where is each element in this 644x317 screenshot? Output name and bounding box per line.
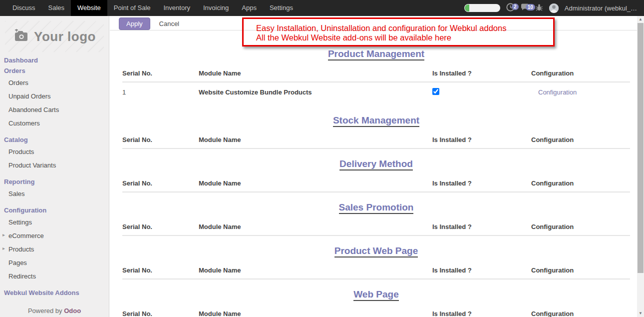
sidebar-section-catalog[interactable]: Catalog <box>0 134 109 145</box>
sidebar-item-label: Products <box>8 246 34 253</box>
messages-menu[interactable]: 10 <box>521 4 529 13</box>
sidebar-item-abandoned-carts[interactable]: Abandoned Carts <box>0 103 109 116</box>
sidebar-section-configuration[interactable]: Configuration <box>0 205 109 216</box>
col-serial: Serial No. <box>122 266 199 274</box>
section-product-web-page: Product Web Page Serial No. Module Name … <box>122 246 630 280</box>
timer-progress-fill <box>465 4 469 12</box>
table-header: Serial No. Module Name Is Installed ? Co… <box>122 70 630 82</box>
cancel-button[interactable]: Cancel <box>159 20 179 28</box>
menu-inventory[interactable]: Inventory <box>157 0 197 16</box>
sidebar-item-label: eCommerce <box>8 232 44 240</box>
col-installed: Is Installed ? <box>432 266 531 274</box>
cell-serial: 1 <box>122 88 199 96</box>
sidebar-item-ecommerce[interactable]: ▸eCommerce <box>0 229 109 242</box>
scroll-up-arrow[interactable]: ▲ <box>637 16 644 23</box>
section-title[interactable]: Product Web Page <box>334 246 418 258</box>
sidebar-section-reporting[interactable]: Reporting <box>0 176 109 187</box>
is-installed-checkbox[interactable] <box>432 88 439 95</box>
sidebar-item-orders[interactable]: Orders <box>0 76 109 90</box>
activity-count-badge: 2 <box>512 4 519 10</box>
col-serial: Serial No. <box>122 223 199 230</box>
menu-point-of-sale[interactable]: Point of Sale <box>107 0 157 16</box>
col-serial: Serial No. <box>122 180 199 187</box>
section-product-management: Product Management Serial No. Module Nam… <box>122 48 630 106</box>
menu-sales[interactable]: Sales <box>42 0 71 16</box>
menu-website[interactable]: Website <box>71 0 107 16</box>
sidebar-item-product-variants[interactable]: Product Variants <box>0 158 109 172</box>
col-configuration: Configuration <box>531 266 630 274</box>
section-stock-management: Stock Management Serial No. Module Name … <box>122 115 630 149</box>
col-configuration: Configuration <box>531 310 630 317</box>
menu-settings[interactable]: Settings <box>263 0 300 16</box>
sidebar-item-sales[interactable]: Sales <box>0 187 109 200</box>
col-installed: Is Installed ? <box>432 136 531 144</box>
menu-discuss[interactable]: Discuss <box>6 0 42 16</box>
annotation-line-1: Easy Installation, Uninstallation and co… <box>256 24 553 33</box>
section-web-page: Web Page Serial No. Module Name Is Insta… <box>122 289 630 317</box>
sidebar-item-customers[interactable]: Customers <box>0 116 109 130</box>
sidebar-item-dashboard[interactable]: Dashboard <box>0 55 109 66</box>
top-navigation-bar: Discuss Sales Website Point of Sale Inve… <box>0 0 644 16</box>
powered-by-label: Powered by <box>28 307 62 314</box>
col-installed: Is Installed ? <box>432 180 531 187</box>
cell-module-name: Website Customize Bundle Products <box>199 88 432 96</box>
main-content: Apply Cancel Easy Installation, Uninstal… <box>110 16 637 317</box>
apply-button[interactable]: Apply <box>119 18 150 30</box>
configuration-link[interactable]: Configuration <box>531 88 630 96</box>
col-configuration: Configuration <box>531 136 630 144</box>
section-title[interactable]: Delivery Method <box>339 158 413 170</box>
table-row: 1 Website Customize Bundle Products Conf… <box>122 82 630 106</box>
table-header: Serial No. Module Name Is Installed ? Co… <box>122 310 630 317</box>
col-module: Module Name <box>199 223 432 230</box>
sidebar-section-orders[interactable]: Orders <box>0 66 109 76</box>
sidebar-item-redirects[interactable]: Redirects <box>0 270 109 283</box>
avatar <box>549 4 559 13</box>
menu-apps[interactable]: Apps <box>235 0 263 16</box>
logo-text: Your logo <box>34 29 96 44</box>
vertical-scrollbar[interactable]: ▲ ▼ <box>637 16 644 317</box>
user-menu[interactable] <box>549 4 559 13</box>
camera-plus-icon <box>13 29 29 44</box>
col-module: Module Name <box>199 310 432 317</box>
table-header: Serial No. Module Name Is Installed ? Co… <box>122 223 630 236</box>
section-title[interactable]: Product Management <box>328 48 424 60</box>
bug-icon <box>535 4 543 13</box>
sidebar-nav: Dashboard Orders Orders Unpaid Orders Ab… <box>0 55 109 298</box>
section-title[interactable]: Web Page <box>353 289 398 301</box>
annotation-line-2: All the Webkul Website add-ons will be a… <box>256 33 553 42</box>
table-header: Serial No. Module Name Is Installed ? Co… <box>122 180 630 192</box>
sidebar-item-unpaid-orders[interactable]: Unpaid Orders <box>0 90 109 103</box>
col-module: Module Name <box>199 180 432 187</box>
debug-menu[interactable] <box>535 4 543 13</box>
chevron-right-icon: ▸ <box>2 232 5 238</box>
odoo-brand-link[interactable]: Odoo <box>64 307 81 314</box>
col-module: Module Name <box>199 70 432 77</box>
activity-menu[interactable]: 2 <box>506 3 515 13</box>
col-installed: Is Installed ? <box>432 223 531 230</box>
user-name-label[interactable]: Administrator (webkul_… <box>565 4 637 12</box>
col-module: Module Name <box>199 266 432 274</box>
section-title[interactable]: Sales Promotion <box>339 202 414 214</box>
menu-invoicing[interactable]: Invoicing <box>197 0 235 16</box>
section-delivery-method: Delivery Method Serial No. Module Name I… <box>122 158 630 192</box>
sidebar-item-pages[interactable]: Pages <box>0 256 109 270</box>
sidebar-item-webkul-website-addons[interactable]: Webkul Website Addons <box>0 288 109 298</box>
sidebar-item-products[interactable]: Products <box>0 145 109 158</box>
message-count-badge: 10 <box>526 4 535 10</box>
scrollbar-thumb[interactable] <box>638 23 644 273</box>
section-title[interactable]: Stock Management <box>333 115 419 127</box>
col-module: Module Name <box>199 136 432 144</box>
col-serial: Serial No. <box>122 70 199 77</box>
col-serial: Serial No. <box>122 310 199 317</box>
scroll-down-arrow[interactable]: ▼ <box>637 310 644 317</box>
table-header: Serial No. Module Name Is Installed ? Co… <box>122 136 630 149</box>
company-logo[interactable]: Your logo <box>5 21 104 52</box>
app-menus: Discuss Sales Website Point of Sale Inve… <box>6 0 300 16</box>
chevron-right-icon: ▸ <box>2 246 5 251</box>
timer-progress-bar <box>464 4 500 12</box>
addon-sections: Product Management Serial No. Module Nam… <box>110 48 637 317</box>
col-configuration: Configuration <box>531 70 630 77</box>
col-installed: Is Installed ? <box>432 310 531 317</box>
sidebar-item-settings[interactable]: Settings <box>0 216 109 229</box>
sidebar-item-products-config[interactable]: ▸Products <box>0 242 109 256</box>
